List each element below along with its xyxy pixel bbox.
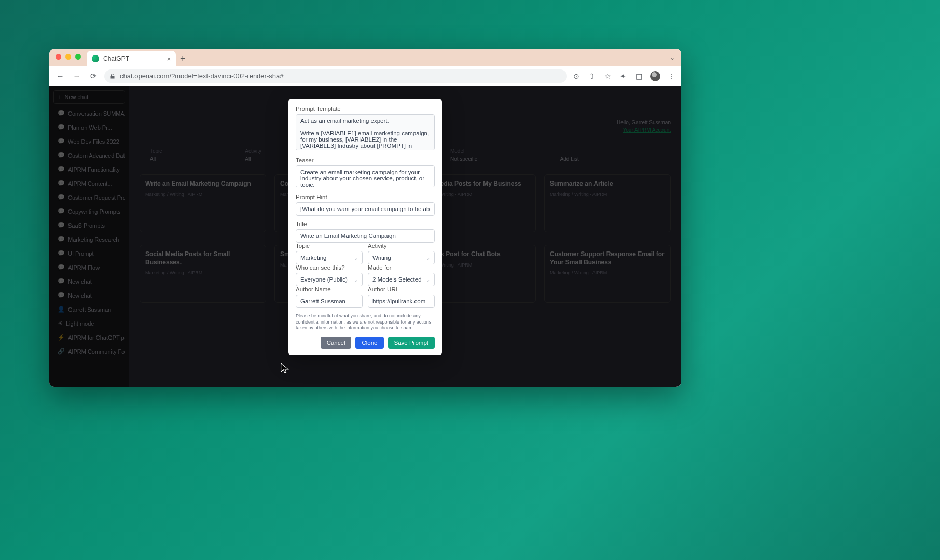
made-for-value: 2 Models Selected	[372, 276, 422, 283]
share-icon[interactable]: ⇧	[588, 72, 596, 80]
browser-tab[interactable]: ChatGPT ×	[87, 51, 176, 66]
tabs-menu-icon[interactable]: ⌄	[670, 54, 675, 61]
topic-label: Topic	[296, 243, 363, 249]
maximize-window-icon[interactable]	[75, 54, 81, 60]
lock-icon	[109, 73, 116, 79]
sidepanel-icon[interactable]: ◫	[634, 72, 643, 80]
address-bar: ← → ⟳ chat.openai.com/?model=text-davinc…	[49, 66, 681, 86]
cancel-button[interactable]: Cancel	[321, 337, 352, 349]
save-prompt-button[interactable]: Save Prompt	[388, 337, 435, 349]
author-url-label: Author URL	[368, 286, 435, 292]
fineprint: Please be mindful of what you share, and…	[296, 313, 435, 331]
prompt-hint-input[interactable]	[296, 202, 435, 216]
activity-value: Writing	[372, 255, 391, 261]
visibility-value: Everyone (Public)	[300, 276, 348, 283]
author-name-label: Author Name	[296, 286, 363, 292]
reload-button[interactable]: ⟳	[88, 71, 99, 82]
chevron-down-icon: ⌄	[354, 255, 358, 261]
prompt-template-label: Prompt Template	[296, 106, 435, 112]
url-input[interactable]: chat.openai.com/?model=text-davinci-002-…	[104, 69, 567, 83]
prompt-template-textarea[interactable]	[296, 114, 435, 150]
new-tab-button[interactable]: +	[180, 53, 186, 66]
title-input[interactable]	[296, 229, 435, 243]
visibility-select[interactable]: Everyone (Public) ⌄	[296, 273, 363, 286]
profile-avatar-icon[interactable]	[650, 71, 660, 81]
visibility-label: Who can see this?	[296, 264, 363, 271]
prompt-template-modal: Prompt Template Teaser Prompt Hint Title…	[288, 99, 442, 355]
title-label: Title	[296, 221, 435, 227]
tab-title: ChatGPT	[103, 55, 129, 62]
search-icon[interactable]: ⊙	[572, 72, 580, 80]
made-for-label: Made for	[368, 264, 435, 271]
topic-select[interactable]: Marketing ⌄	[296, 251, 363, 264]
chevron-down-icon: ⌄	[354, 277, 358, 283]
forward-button[interactable]: →	[71, 71, 82, 82]
close-tab-icon[interactable]: ×	[167, 55, 171, 63]
chatgpt-favicon-icon	[92, 55, 99, 62]
topic-value: Marketing	[300, 255, 327, 261]
minimize-window-icon[interactable]	[65, 54, 71, 60]
browser-window: ChatGPT × + ⌄ ← → ⟳ chat.openai.com/?mod…	[49, 49, 681, 387]
toolbar-icons: ⊙ ⇧ ☆ ✦ ◫ ⋮	[572, 71, 676, 81]
made-for-select[interactable]: 2 Models Selected ⌄	[368, 273, 435, 286]
window-traffic-lights	[56, 54, 81, 60]
extensions-icon[interactable]: ✦	[619, 72, 627, 80]
tab-strip: ChatGPT × + ⌄	[49, 49, 681, 66]
chevron-down-icon: ⌄	[426, 277, 430, 283]
modal-actions: Cancel Clone Save Prompt	[296, 337, 435, 349]
chevron-down-icon: ⌄	[426, 255, 430, 261]
activity-select[interactable]: Writing ⌄	[368, 251, 435, 264]
url-text: chat.openai.com/?model=text-davinci-002-…	[120, 72, 283, 80]
prompt-hint-label: Prompt Hint	[296, 194, 435, 200]
teaser-textarea[interactable]	[296, 165, 435, 187]
author-url-input[interactable]	[368, 295, 435, 308]
close-window-icon[interactable]	[56, 54, 61, 60]
page-content: + New chat 💬Conversation SUMMARIZE 💬Plan…	[49, 86, 681, 387]
back-button[interactable]: ←	[54, 71, 66, 82]
teaser-label: Teaser	[296, 157, 435, 163]
kebab-menu-icon[interactable]: ⋮	[668, 72, 676, 80]
author-name-input[interactable]	[296, 295, 363, 308]
bookmark-icon[interactable]: ☆	[603, 72, 612, 80]
activity-label: Activity	[368, 243, 435, 249]
clone-button[interactable]: Clone	[355, 337, 383, 349]
